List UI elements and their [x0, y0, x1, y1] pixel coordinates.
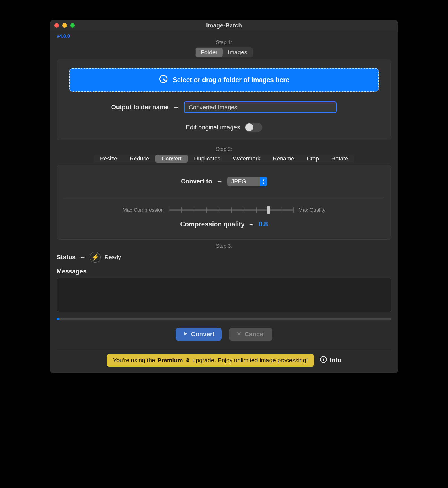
- tab-images[interactable]: Images: [223, 48, 252, 57]
- banner-text-b: upgrade. Enjoy unlimited image processin…: [193, 357, 308, 364]
- progress-bar-fill: [57, 318, 59, 320]
- convert-to-select[interactable]: JPEG ▲▼: [227, 177, 267, 186]
- tab-rename[interactable]: Rename: [266, 155, 300, 163]
- quality-value: 0.8: [259, 221, 268, 228]
- tab-watermark[interactable]: Watermark: [227, 155, 266, 163]
- titlebar: Image-Batch: [50, 20, 398, 31]
- messages-label: Messages: [57, 268, 391, 275]
- banner-premium-word: Premium: [157, 357, 183, 364]
- window-title: Image-Batch: [50, 22, 398, 29]
- premium-banner: You're using the Premium ♛ upgrade. Enjo…: [107, 354, 314, 367]
- step2-label: Step 2:: [57, 146, 391, 152]
- slider-min-label: Max Compression: [123, 207, 164, 213]
- quality-slider[interactable]: [169, 206, 293, 214]
- dropzone-cursor-icon: [159, 74, 168, 85]
- convert-to-value: JPEG: [227, 178, 260, 185]
- output-folder-value: Converted Images: [189, 104, 237, 110]
- dropzone-label: Select or drag a folder of images here: [173, 76, 289, 84]
- cancel-button-label: Cancel: [244, 331, 265, 338]
- info-button[interactable]: Info: [320, 356, 341, 365]
- fullscreen-window-button[interactable]: [70, 23, 75, 28]
- edit-original-label: Edit original images: [186, 124, 240, 131]
- tab-duplicates[interactable]: Duplicates: [188, 155, 227, 163]
- arrow-icon: →: [80, 254, 86, 261]
- select-caret-icon: ▲▼: [260, 177, 267, 186]
- step1-label: Step 1:: [57, 40, 391, 46]
- step2-segmented-control: Resize Reduce Convert Duplicates Waterma…: [94, 155, 354, 163]
- tab-rotate[interactable]: Rotate: [325, 155, 354, 163]
- step1-panel: Select or drag a folder of images here O…: [57, 60, 391, 140]
- tab-convert[interactable]: Convert: [155, 155, 188, 163]
- info-label: Info: [330, 357, 341, 364]
- status-value: Ready: [104, 254, 121, 261]
- folder-dropzone[interactable]: Select or drag a folder of images here: [69, 68, 379, 92]
- convert-button-label: Convert: [191, 331, 214, 338]
- tab-reduce[interactable]: Reduce: [123, 155, 155, 163]
- traffic-lights: [54, 23, 75, 28]
- info-icon: [320, 356, 327, 365]
- status-badge: ⚡: [90, 252, 101, 263]
- step1-segmented-control: Folder Images: [195, 47, 253, 57]
- edit-original-toggle[interactable]: [245, 123, 262, 132]
- tab-resize[interactable]: Resize: [94, 155, 123, 163]
- arrow-icon: →: [217, 178, 223, 185]
- convert-to-label: Convert to: [181, 178, 212, 185]
- slider-max-label: Max Quality: [298, 207, 325, 213]
- slider-thumb[interactable]: [267, 206, 270, 214]
- cancel-button[interactable]: Cancel: [229, 328, 272, 341]
- play-icon: [183, 331, 188, 338]
- tab-crop[interactable]: Crop: [300, 155, 325, 163]
- convert-button[interactable]: Convert: [176, 328, 222, 341]
- crown-icon: ♛: [185, 357, 190, 364]
- quality-label: Compression quality: [180, 221, 244, 228]
- banner-text-a: You're using the: [113, 357, 155, 364]
- messages-box[interactable]: [57, 278, 391, 312]
- app-window: Image-Batch v4.0.0 Step 1: Folder Images…: [50, 20, 398, 373]
- arrow-icon: →: [249, 221, 255, 228]
- svg-point-3: [323, 358, 324, 359]
- version-label: v4.0.0: [57, 33, 391, 39]
- step3-label: Step 3:: [57, 243, 391, 249]
- minimize-window-button[interactable]: [62, 23, 67, 28]
- close-window-button[interactable]: [54, 23, 59, 28]
- arrow-icon: →: [173, 104, 179, 111]
- progress-bar: [57, 318, 391, 320]
- close-icon: [236, 331, 242, 338]
- bolt-icon: ⚡: [91, 254, 99, 261]
- tab-folder[interactable]: Folder: [196, 48, 223, 57]
- toggle-knob: [245, 123, 253, 131]
- divider: [64, 198, 384, 198]
- output-folder-input[interactable]: Converted Images: [184, 101, 337, 113]
- output-folder-label: Output folder name: [111, 104, 169, 111]
- step2-panel: Convert to → JPEG ▲▼ Max Compression: [57, 165, 391, 240]
- status-label: Status: [57, 254, 76, 261]
- divider: [57, 349, 391, 349]
